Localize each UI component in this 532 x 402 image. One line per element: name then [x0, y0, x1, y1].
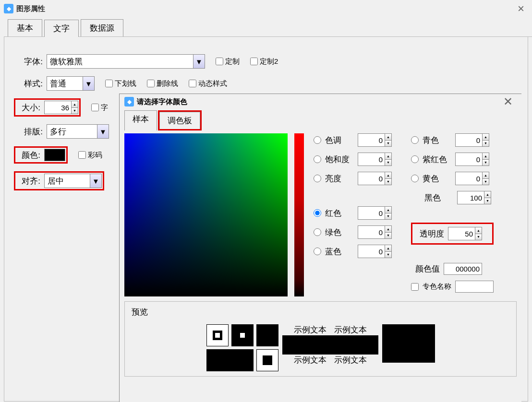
cyan-radio[interactable]	[411, 136, 419, 144]
layout-combo[interactable]: 多行 ▼	[47, 124, 109, 139]
blue-radio[interactable]	[314, 248, 321, 255]
font-label: 字体:	[14, 56, 43, 67]
size-label: 大小:	[16, 102, 40, 113]
hue-radio[interactable]	[314, 136, 321, 144]
lum-radio[interactable]	[314, 175, 321, 182]
spin-down-icon[interactable]: ▼	[385, 252, 391, 258]
align-value: 居中	[45, 174, 90, 188]
red-spinner[interactable]: ▲▼	[358, 206, 392, 220]
yellow-radio[interactable]	[411, 175, 419, 182]
hue-spinner[interactable]: ▲▼	[358, 133, 392, 147]
spin-up-icon[interactable]: ▲	[484, 191, 491, 198]
dynstyle-check[interactable]: 动态样式	[189, 79, 227, 88]
spin-up-icon[interactable]: ▲	[482, 153, 489, 160]
preview-label: 预览	[132, 307, 509, 318]
colorcode-check[interactable]: 彩码	[78, 151, 102, 160]
lum-spinner[interactable]: ▲▼	[358, 172, 392, 185]
red-label: 红色	[325, 208, 354, 219]
spin-down-icon[interactable]: ▼	[475, 234, 482, 240]
spin-down-icon[interactable]: ▼	[385, 213, 391, 220]
color-gradient[interactable]	[124, 133, 288, 296]
tab-text[interactable]: 文字	[44, 20, 79, 37]
spot-label: 专色名称	[423, 282, 451, 291]
tab-sample[interactable]: 样本	[124, 110, 157, 130]
color-picker-dialog: ◆ 请选择字体颜色 ✕ 样本 调色板 色调 ▲▼	[119, 94, 521, 402]
spin-down-icon[interactable]: ▼	[482, 179, 489, 185]
cyan-spinner[interactable]: ▲▼	[455, 133, 489, 147]
spin-up-icon[interactable]: ▲	[385, 245, 391, 252]
big-sample	[382, 324, 435, 363]
black-spinner[interactable]: ▲▼	[457, 191, 491, 204]
yellow-label: 黄色	[423, 173, 451, 184]
spin-down-icon[interactable]: ▼	[385, 179, 391, 185]
chevron-down-icon[interactable]: ▼	[90, 174, 101, 188]
blue-spinner[interactable]: ▲▼	[358, 245, 392, 258]
green-spinner[interactable]: ▲▼	[358, 225, 392, 239]
sample-text: 示例文本	[294, 355, 326, 366]
charspacing-check[interactable]: 字	[91, 103, 108, 112]
tab-datasource[interactable]: 数据源	[81, 19, 123, 36]
close-icon[interactable]: ×	[514, 2, 528, 15]
strike-check[interactable]: 删除线	[147, 79, 178, 88]
chevron-down-icon[interactable]: ▼	[97, 125, 109, 138]
spin-down-icon[interactable]: ▼	[482, 160, 489, 166]
sample-swatches	[206, 324, 278, 371]
spin-up-icon[interactable]: ▲	[475, 227, 482, 234]
spin-up-icon[interactable]: ▲	[385, 226, 391, 233]
spin-up-icon[interactable]: ▲	[385, 207, 391, 213]
tab-palette[interactable]: 调色板	[159, 112, 200, 129]
underline-check[interactable]: 下划线	[105, 79, 136, 88]
preview-section: 预览 示例文本 示例文本 示例文本 示	[124, 301, 517, 377]
spin-up-icon[interactable]: ▲	[482, 134, 489, 141]
sample-text: 示例文本	[294, 324, 326, 335]
tab-basic[interactable]: 基本	[8, 19, 42, 36]
custom1-check[interactable]: 定制	[216, 57, 240, 66]
sat-radio[interactable]	[314, 155, 321, 163]
yellow-spinner[interactable]: ▲▼	[455, 172, 489, 185]
style-value: 普通	[47, 77, 83, 90]
spin-down-icon[interactable]: ▼	[385, 160, 391, 166]
align-combo[interactable]: 居中 ▼	[44, 174, 102, 188]
chevron-down-icon[interactable]: ▼	[193, 55, 205, 68]
size-spinner[interactable]: ▲▼	[44, 101, 78, 114]
style-combo[interactable]: 普通 ▼	[47, 76, 95, 91]
hue-slider[interactable]	[294, 133, 304, 296]
colorval-label: 颜色值	[411, 263, 440, 274]
sat-label: 饱和度	[325, 154, 354, 165]
align-label: 对齐:	[16, 176, 40, 187]
color-swatch[interactable]	[44, 149, 65, 161]
spin-up-icon[interactable]: ▲	[385, 153, 391, 160]
green-radio[interactable]	[314, 228, 321, 236]
alpha-spinner[interactable]: ▲▼	[448, 227, 482, 240]
spot-check[interactable]	[411, 283, 419, 291]
sample-bar	[282, 335, 378, 355]
app-icon: ◆	[4, 4, 13, 13]
spin-down-icon[interactable]: ▼	[385, 141, 391, 147]
window-title: 图形属性	[16, 4, 45, 13]
spin-down-icon[interactable]: ▼	[484, 198, 491, 204]
red-radio[interactable]	[314, 209, 321, 217]
size-value[interactable]	[45, 101, 71, 114]
colorval-input[interactable]	[444, 263, 482, 275]
layout-value: 多行	[47, 125, 97, 138]
spin-down-icon[interactable]: ▼	[385, 233, 391, 239]
spin-up-icon[interactable]: ▲	[482, 172, 489, 179]
font-combo[interactable]: 微软雅黑 ▼	[47, 54, 205, 69]
close-icon[interactable]: ✕	[499, 95, 517, 108]
picker-titlebar: ◆ 请选择字体颜色 ✕	[120, 94, 521, 109]
spin-down-icon[interactable]: ▼	[482, 141, 489, 147]
black-label: 黑色	[424, 192, 453, 203]
chevron-down-icon[interactable]: ▼	[83, 77, 94, 90]
custom2-check[interactable]: 定制2	[250, 57, 278, 66]
spot-input[interactable]	[455, 281, 494, 293]
titlebar: ◆ 图形属性 ×	[0, 0, 532, 17]
picker-tabs: 样本 调色板	[120, 109, 521, 130]
magenta-radio[interactable]	[411, 155, 419, 163]
magenta-spinner[interactable]: ▲▼	[455, 153, 489, 166]
sat-spinner[interactable]: ▲▼	[358, 153, 392, 166]
green-label: 绿色	[325, 227, 354, 238]
spin-up-icon[interactable]: ▲	[71, 101, 78, 108]
spin-up-icon[interactable]: ▲	[385, 134, 391, 141]
spin-up-icon[interactable]: ▲	[385, 172, 391, 179]
spin-down-icon[interactable]: ▼	[71, 108, 78, 114]
